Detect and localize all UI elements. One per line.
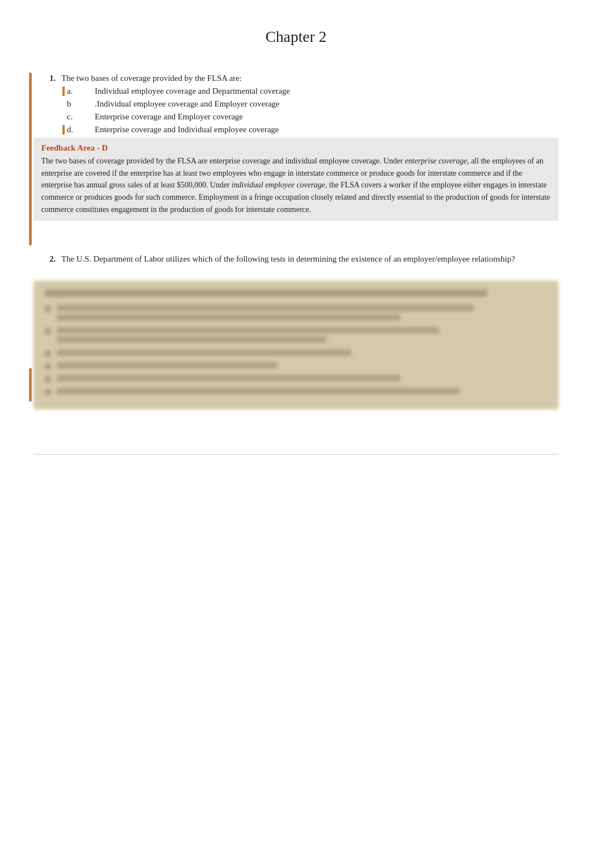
blurred-bullet-2: [45, 328, 51, 335]
blurred-text-3: [57, 349, 547, 359]
blurred-header-line: [45, 290, 487, 297]
q1-left-accent-bar: [29, 73, 32, 245]
question-2-number: 2.: [33, 254, 61, 264]
blurred-item-4: [45, 362, 547, 372]
page-divider: [33, 454, 559, 455]
question-1-number: 1.: [33, 74, 61, 83]
question-1-text: The two bases of coverage provided by th…: [61, 74, 559, 83]
feedback-text-1: The two bases of coverage provided by th…: [41, 157, 405, 165]
blurred-item-5: [45, 375, 547, 384]
question-2-row: 2. The U.S. Department of Labor utilizes…: [33, 254, 559, 264]
option-d-text: Enterprise coverage and Individual emplo…: [95, 125, 559, 134]
blurred-text-6: [57, 388, 547, 397]
blurred-line-6a: [57, 388, 459, 394]
blurred-content: [33, 281, 559, 409]
option-c[interactable]: c. Enterprise coverage and Employer cove…: [67, 112, 559, 122]
blurred-item-3: [45, 349, 547, 359]
feedback-title: Feedback Area - D: [41, 143, 551, 153]
question-2-text: The U.S. Department of Labor utilizes wh…: [61, 254, 559, 264]
feedback-body: The two bases of coverage provided by th…: [41, 155, 551, 215]
option-b-text: .Individual employee coverage and Employ…: [95, 99, 559, 109]
question-1-options: a. Individual employee coverage and Depa…: [67, 86, 559, 134]
option-c-letter: c.: [67, 112, 95, 122]
blurred-bullet-5: [45, 376, 51, 383]
feedback-italic-1: enterprise coverage: [405, 157, 467, 165]
option-b-letter: b: [67, 99, 95, 109]
q2-left-accent-bar: [29, 368, 32, 402]
page-container: Chapter 2 1. The two bases of coverage p…: [0, 0, 592, 868]
question-2-block: 2. The U.S. Department of Labor utilizes…: [33, 254, 559, 409]
blurred-bullet-3: [45, 350, 51, 357]
blurred-line-2b: [57, 336, 327, 343]
option-d-letter: d.: [67, 125, 95, 134]
blurred-line-1a: [57, 305, 474, 311]
blurred-item-6: [45, 388, 547, 397]
blurred-text-5: [57, 375, 547, 384]
option-a-text: Individual employee coverage and Departm…: [95, 86, 559, 96]
blurred-line-1b: [57, 314, 400, 321]
blurred-answers-section: [33, 281, 559, 409]
question-1-row: 1. The two bases of coverage provided by…: [33, 74, 559, 83]
option-b[interactable]: b .Individual employee coverage and Empl…: [67, 99, 559, 109]
option-a-letter: a.: [67, 86, 95, 96]
feedback-italic-2: individual employee coverage: [231, 181, 325, 189]
blurred-bullet-6: [45, 389, 51, 396]
blurred-line-5a: [57, 375, 400, 382]
blurred-text-4: [57, 362, 547, 372]
question-1-block: 1. The two bases of coverage provided by…: [33, 74, 559, 221]
option-c-text: Enterprise coverage and Employer coverag…: [95, 112, 559, 122]
blurred-text-1: [57, 305, 547, 324]
blurred-item-1: [45, 305, 547, 324]
page-title: Chapter 2: [33, 22, 559, 46]
blurred-item-2: [45, 327, 547, 346]
blurred-line-2a: [57, 327, 439, 334]
blurred-line-3a: [57, 349, 351, 356]
option-a[interactable]: a. Individual employee coverage and Depa…: [62, 86, 559, 96]
blurred-text-2: [57, 327, 547, 346]
feedback-area: Feedback Area - D The two bases of cover…: [33, 138, 559, 221]
blurred-bullet-4: [45, 363, 51, 370]
blurred-line-4a: [57, 362, 278, 369]
blurred-bullet-1: [45, 306, 51, 312]
option-d[interactable]: d. Enterprise coverage and Individual em…: [62, 125, 559, 134]
